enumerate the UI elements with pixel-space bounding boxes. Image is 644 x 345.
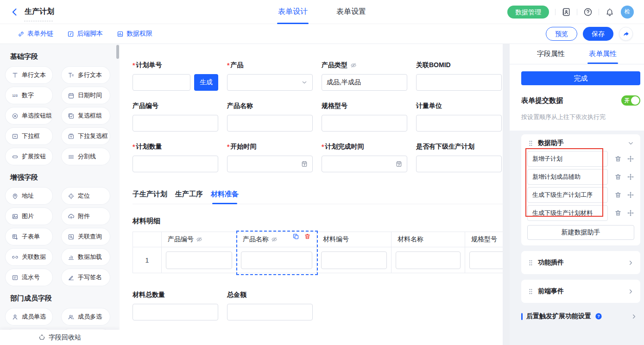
- done-button[interactable]: 完成: [521, 71, 640, 85]
- avatar[interactable]: 检: [621, 6, 634, 19]
- table-column-header[interactable]: 规格型号: [465, 232, 503, 247]
- drag-handle-icon[interactable]: [527, 259, 534, 266]
- cell-input[interactable]: [166, 251, 232, 269]
- field-recycle-bin[interactable]: 字段回收站: [0, 330, 120, 345]
- bell-icon[interactable]: [605, 7, 614, 17]
- form-field[interactable]: *产品: [227, 61, 313, 91]
- drag-handle-icon[interactable]: [527, 140, 534, 147]
- help-icon[interactable]: [583, 7, 593, 17]
- move-icon[interactable]: [627, 173, 634, 181]
- form-field[interactable]: 关联BOMID: [416, 61, 502, 91]
- form-field[interactable]: 产品编号: [133, 101, 218, 132]
- sidebar-item-dropdown-multi[interactable]: 下拉复选框: [62, 128, 110, 144]
- form-field[interactable]: 产品名称: [227, 101, 313, 132]
- post-trigger-settings[interactable]: 后置触发扩展功能设置 ?: [521, 312, 640, 320]
- sidebar-scrollbar[interactable]: [116, 45, 119, 59]
- sidebar-item-subform[interactable]: 子表单: [6, 228, 52, 245]
- subtab-1[interactable]: 子生产计划: [133, 190, 167, 204]
- move-icon[interactable]: [627, 155, 634, 163]
- text-input[interactable]: [322, 115, 407, 132]
- chevron-down-icon[interactable]: [627, 140, 634, 147]
- tab-form-design[interactable]: 表单设计: [278, 0, 308, 24]
- text-input[interactable]: 成品,半成品: [322, 74, 407, 91]
- tab-form-properties[interactable]: 表单属性: [589, 44, 617, 64]
- date-input[interactable]: [227, 156, 313, 172]
- function-plugins-card[interactable]: 功能插件: [521, 251, 640, 274]
- external-link-button[interactable]: 表单外链: [18, 30, 53, 38]
- cell-input[interactable]: [396, 251, 461, 269]
- form-field[interactable]: 产品类型成品,半成品: [322, 61, 407, 91]
- subtab-2[interactable]: 生产工序: [175, 190, 203, 204]
- chevron-right-icon[interactable]: [631, 313, 638, 320]
- question-circle-icon[interactable]: ?: [595, 313, 602, 320]
- sidebar-item-divider[interactable]: 分割线: [62, 148, 110, 165]
- tab-form-settings[interactable]: 表单设置: [336, 0, 366, 24]
- text-input[interactable]: [133, 304, 218, 320]
- trash-icon[interactable]: [614, 191, 622, 199]
- sidebar-item-data-load[interactable]: 数据加载: [62, 249, 110, 265]
- preview-button[interactable]: 预览: [546, 27, 577, 41]
- address-book-icon[interactable]: [562, 7, 571, 17]
- assistant-item-button[interactable]: 新增子计划: [527, 151, 608, 167]
- form-field[interactable]: 是否有下级生产计划: [416, 142, 502, 172]
- sidebar-item-related-data[interactable]: 关联数据: [6, 249, 52, 265]
- sidebar-item-member-single[interactable]: 成员单选: [6, 308, 52, 325]
- assistant-item-button[interactable]: 新增计划成品辅助: [527, 169, 608, 185]
- sidebar-item-checkbox-group[interactable]: 复选框组: [62, 107, 110, 124]
- date-input[interactable]: [322, 156, 407, 172]
- sidebar-item-serial[interactable]: 流水号: [6, 269, 52, 286]
- text-input[interactable]: [227, 304, 313, 320]
- form-field[interactable]: 材料总数量: [133, 290, 218, 320]
- cell-input[interactable]: [321, 251, 387, 269]
- cell-input[interactable]: [469, 251, 503, 269]
- assistant-item-button[interactable]: 生成下级生产计划工序: [527, 187, 608, 203]
- sidebar-item-location[interactable]: 定位: [62, 188, 110, 204]
- sidebar-item-member-multi[interactable]: 成员多选: [62, 308, 110, 325]
- form-field[interactable]: 总金额: [227, 290, 313, 320]
- generate-button[interactable]: 生成: [194, 74, 218, 91]
- move-icon[interactable]: [627, 209, 634, 217]
- trash-icon[interactable]: [614, 155, 622, 163]
- new-data-assistant-button[interactable]: 新建数据助手: [527, 225, 634, 240]
- back-icon[interactable]: [10, 7, 19, 17]
- form-field[interactable]: 计量单位: [416, 101, 502, 132]
- data-manage-button[interactable]: 数据管理: [507, 6, 549, 19]
- form-field[interactable]: *计划数量: [133, 142, 218, 172]
- tab-field-properties[interactable]: 字段属性: [537, 44, 565, 64]
- assistant-item-button[interactable]: 生成下级生产计划材料: [527, 205, 608, 221]
- sidebar-item-dropdown[interactable]: 下拉框: [6, 128, 52, 144]
- delete-column-icon[interactable]: [304, 233, 311, 240]
- cell-input[interactable]: [241, 251, 312, 269]
- text-input[interactable]: [416, 156, 502, 172]
- sidebar-item-extend-button[interactable]: 扩展按钮: [6, 148, 52, 165]
- trash-icon[interactable]: [614, 173, 622, 181]
- sidebar-item-multi-text[interactable]: 多行文本: [62, 67, 110, 83]
- share-button[interactable]: [619, 27, 633, 41]
- table-column-header[interactable]: 产品编号: [162, 232, 237, 247]
- text-input[interactable]: [133, 156, 218, 172]
- copy-column-icon[interactable]: [292, 233, 299, 240]
- sidebar-item-lookup[interactable]: 关联查询: [62, 228, 110, 245]
- text-input[interactable]: [416, 115, 502, 132]
- select-input[interactable]: [227, 74, 313, 91]
- sidebar-item-datetime[interactable]: 日期时间: [62, 87, 110, 104]
- text-input[interactable]: [416, 74, 502, 91]
- backend-script-button[interactable]: 后端脚本: [67, 30, 103, 38]
- sidebar-item-number[interactable]: 123数字: [6, 87, 52, 104]
- sidebar-item-single-text[interactable]: 单行文本: [6, 67, 52, 83]
- submit-data-toggle[interactable]: 开: [621, 95, 640, 106]
- trash-icon[interactable]: [614, 209, 622, 217]
- drag-handle-icon[interactable]: [527, 288, 534, 295]
- table-column-header[interactable]: 材料名称: [391, 232, 465, 247]
- form-canvas[interactable]: *计划单号生成*产品产品类型成品,半成品关联BOMID产品编号产品名称规格型号计…: [120, 44, 503, 345]
- save-button[interactable]: 保存: [583, 27, 613, 41]
- text-input[interactable]: [133, 74, 190, 91]
- chevron-right-icon[interactable]: [627, 259, 634, 266]
- sidebar-item-image[interactable]: 图片: [6, 208, 52, 225]
- text-input[interactable]: [227, 115, 313, 132]
- frontend-events-card[interactable]: 前端事件: [521, 280, 640, 303]
- form-field[interactable]: *开始时间: [227, 142, 313, 172]
- sidebar-item-signature[interactable]: 手写签名: [62, 269, 110, 286]
- form-field[interactable]: *计划单号生成: [133, 61, 218, 91]
- sidebar-item-radio-group[interactable]: 单选按钮组: [6, 107, 52, 124]
